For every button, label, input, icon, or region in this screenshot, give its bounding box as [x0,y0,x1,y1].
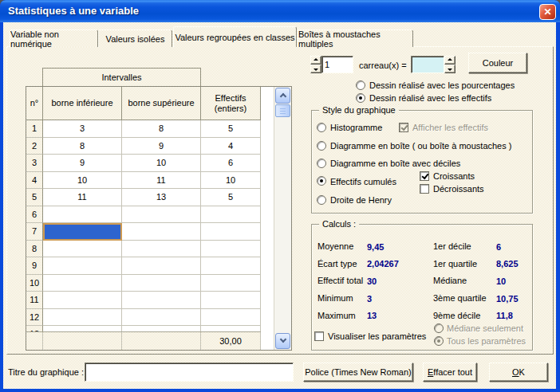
borne-inferieure-cell[interactable]: 11 [43,189,122,206]
borne-superieure-cell[interactable]: 11 [122,172,201,190]
row-number-cell: 6 [26,206,43,224]
tab-label: Valeurs isolées [106,34,165,44]
window-title: Statistiques à une variable [8,5,139,17]
borne-inferieure-cell[interactable]: 9 [43,155,122,172]
effacer-label: Effacer tout [428,367,472,377]
borne-inferieure-cell[interactable] [43,257,122,275]
effectif-cell[interactable] [201,326,261,331]
effectif-cell[interactable] [201,257,261,275]
close-icon: ✕ [543,6,551,18]
titre-graphique-input[interactable] [85,363,294,382]
borne-inferieure-cell[interactable]: 3 [43,120,122,138]
row-number-cell: 4 [26,172,43,190]
borne-superieure-cell[interactable] [122,223,201,241]
row-number-cell: 7 [26,223,43,241]
effectif-cell[interactable] [201,275,261,292]
column-header-borne-inferieure: borne inférieure [43,87,122,120]
effectif-cell[interactable]: 5 [201,120,261,138]
borne-inferieure-cell[interactable] [43,275,122,292]
effectif-cell[interactable]: 10 [201,172,261,190]
scroll-up-button[interactable] [275,88,290,104]
borne-inferieure-cell[interactable] [43,206,122,224]
table-row: 4 10 11 10 [26,172,261,190]
intervalles-header: Intervalles [42,68,201,86]
borne-superieure-cell[interactable]: 8 [122,120,201,138]
intervals-table: n° borne inférieure borne supérieure Eff… [26,86,292,351]
row-number-cell: 10 [26,275,43,292]
borne-inferieure-cell[interactable] [43,223,122,241]
effectif-cell[interactable] [201,292,261,309]
borne-superieure-cell[interactable] [122,292,201,309]
row-number-cell: 5 [26,189,43,206]
borne-superieure-cell[interactable] [122,206,201,224]
effectif-cell[interactable] [201,223,261,241]
intervalles-label: Intervalles [101,73,141,82]
effectif-cell[interactable] [201,241,261,258]
tab-variable-non-numerique[interactable]: Variable non numérique [10,29,98,47]
table-row: 8 [26,241,261,258]
tab-label: Boîtes à moustaches multiples [298,29,412,49]
row-number-cell: 9 [26,257,43,275]
row-number-cell: 11 [26,292,43,309]
titre-graphique-label: Titre du graphique : [8,367,84,378]
scroll-down-button[interactable] [275,333,290,349]
vertical-scrollbar[interactable] [274,87,291,350]
table-row: 1 3 8 5 [26,120,261,138]
table-row: 13 [26,326,261,331]
grid-footer-row: 30,00 [26,331,261,350]
police-button[interactable]: Police (Times New Roman) [303,363,413,382]
effectifs-label-line2: (entiers) [215,104,246,114]
effectif-cell[interactable] [201,206,261,224]
dialog-window: Statistiques à une variable ✕ Variable n… [0,0,560,392]
scroll-down-icon [280,336,286,343]
effectif-cell[interactable]: 5 [201,189,261,206]
footer-cell [122,332,201,350]
table-row: 6 [26,206,261,224]
table-row: 12 [26,309,261,327]
borne-superieure-cell[interactable] [122,241,201,258]
borne-superieure-cell[interactable] [122,309,201,327]
table-row: 2 8 9 4 [26,138,261,155]
row-number-cell: 2 [26,138,43,155]
scrollbar-track[interactable] [274,117,291,333]
row-number-cell: 13 [26,326,43,331]
borne-inferieure-cell[interactable] [43,326,122,331]
footer-total-cell: 30,00 [201,332,261,350]
borne-superieure-cell[interactable] [122,326,201,331]
borne-inferieure-cell[interactable] [43,241,122,258]
footer-cell [26,332,43,350]
effectif-cell[interactable] [201,309,261,327]
borne-superieure-cell[interactable]: 13 [122,189,201,206]
column-header-borne-superieure: borne supérieure [122,87,201,120]
borne-inferieure-cell[interactable] [43,309,122,327]
borne-superieure-cell[interactable]: 10 [122,155,201,172]
row-number-cell: 1 [26,120,43,138]
borne-inferieure-cell[interactable]: 8 [43,138,122,155]
column-header-numero: n° [26,87,43,120]
row-number-cell: 3 [26,155,43,172]
borne-inferieure-cell[interactable]: 10 [43,172,122,190]
tab-valeurs-regroupees[interactable]: Valeurs regroupées en classes [173,26,297,47]
effectif-cell[interactable]: 6 [201,155,261,172]
borne-superieure-cell[interactable]: 9 [122,138,201,155]
borne-superieure-cell[interactable] [122,257,201,275]
title-bar[interactable]: Statistiques à une variable ✕ [0,0,560,22]
borne-inferieure-cell[interactable] [43,292,122,309]
tab-valeurs-isolees[interactable]: Valeurs isolées [98,29,172,47]
ok-button[interactable]: OK [489,363,548,382]
tab-boites-moustaches[interactable]: Boîtes à moustaches multiples [298,29,413,47]
grid-body: 1 3 8 5 2 8 9 4 3 9 10 6 4 10 11 10 5 11… [26,120,261,331]
scroll-up-icon [280,93,286,100]
ok-label: OK [512,367,525,377]
table-row: 5 11 13 5 [26,189,261,206]
row-number-cell: 8 [26,241,43,258]
table-row: 9 [26,257,261,275]
borne-superieure-cell[interactable] [122,275,201,292]
effectifs-label-line1: Effectifs [215,93,246,104]
column-header-effectifs: Effectifs (entiers) [201,87,261,120]
scrollbar-thumb[interactable] [275,104,290,117]
effectif-cell[interactable]: 4 [201,138,261,155]
tab-label: Variable non numérique [10,29,97,49]
close-button[interactable]: ✕ [539,4,556,20]
effacer-tout-button[interactable]: Effacer tout [423,363,477,382]
